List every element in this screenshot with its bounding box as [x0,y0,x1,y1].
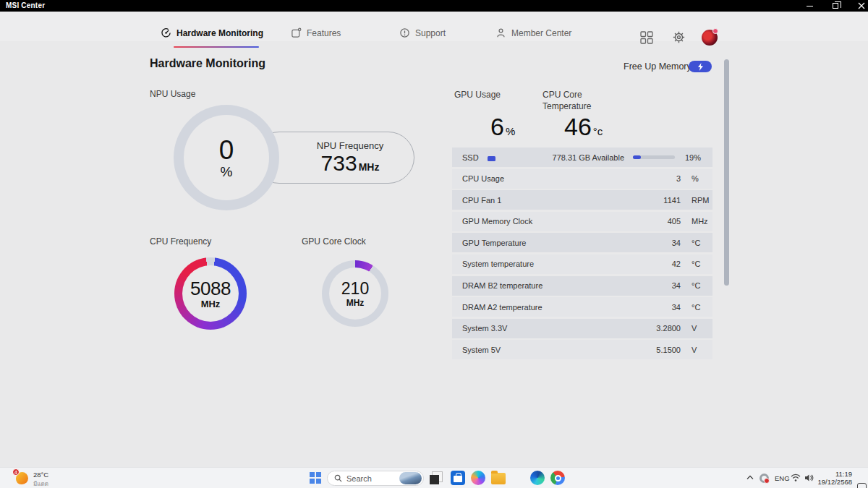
weather-widget[interactable]: 4 28°C มีแดด [16,469,48,488]
sensor-value: 34 [630,303,681,312]
tab-support[interactable]: Support [399,27,446,38]
member-icon [495,27,506,38]
cpu-temp-stat-value: 46 [564,114,592,139]
search-highlight-thumbnail [399,472,422,484]
tab-label: Hardware Monitoring [176,28,263,38]
sensor-unit: RPM [681,196,712,205]
weather-badge: 4 [12,468,20,476]
sensor-value: 405 [630,217,681,226]
npu-usage-unit: % [219,165,234,179]
minimize-icon [807,6,813,7]
clock[interactable]: 11:19 19/12/2568 [817,470,852,486]
sensor-table: SSD 778.31 GB Available 19% CPU Usage 3 … [452,147,712,361]
table-row: System 3.3V 3.2800 V [452,319,712,338]
vertical-scrollbar[interactable] [724,59,729,286]
sensor-name: System temperature [452,260,630,268]
tray-chevron-icon[interactable] [746,475,754,480]
cpu-frequency-label: CPU Frequency [150,236,211,247]
sensor-name: DRAM A2 temperature [452,303,630,312]
table-row: CPU Usage 3 % [452,169,712,189]
settings-gear-icon[interactable] [671,30,686,45]
sun-icon: 4 [16,472,28,484]
npu-usage-label: NPU Usage [150,89,195,99]
tab-label: Features [307,28,341,38]
npu-frequency-label: NPU Frequency [317,140,383,151]
tab-member-center[interactable]: Member Center [495,27,571,38]
restore-button[interactable] [825,0,846,12]
sensor-name: GPU Temperature [452,239,630,247]
close-button[interactable] [851,0,868,12]
notification-center-icon[interactable] [857,483,867,488]
npu-frequency-unit: MHz [359,161,380,173]
store-icon [451,471,465,485]
top-navigation: Hardware Monitoring Features Support Mem… [0,12,868,41]
language-indicator[interactable]: ENG [775,474,790,482]
table-row: DRAM B2 temperature 34 °C [452,276,712,296]
table-row: System 5V 5.1500 V [452,340,712,359]
weather-desc: มีแดด [33,479,48,488]
sensor-unit: °C [681,281,712,290]
tab-label: Support [415,28,446,38]
tab-hardware-monitoring[interactable]: Hardware Monitoring [161,27,263,38]
minimize-button[interactable] [799,0,820,12]
sensor-name: GPU Memory Clock [452,217,630,226]
windows-taskbar: 4 28°C มีแดด Search [0,467,868,488]
edge-icon [530,471,545,485]
gpu-core-clock-gauge: 210 MHz [322,260,388,327]
sensor-value: 5.1500 [630,346,681,354]
ssd-icon [488,156,495,161]
tab-features[interactable]: Features [291,27,341,38]
cpu-temp-stat-label: CPU Core Temperature [542,89,591,112]
table-row-ssd: SSD 778.31 GB Available 19% [452,147,712,167]
free-up-memory-button[interactable] [689,61,712,72]
cpu-frequency-gauge: 5088 MHz [174,257,247,330]
tray-app-icon[interactable] [760,474,769,483]
gpu-usage-stat-value: 6 [490,114,504,139]
sensor-name: DRAM B2 temperature [452,281,630,290]
table-row: DRAM A2 temperature 34 °C [452,297,712,317]
start-button[interactable] [308,471,323,486]
weather-temp: 28°C [33,471,48,479]
ssd-percent: 19% [682,153,712,162]
taskbar-edge[interactable] [530,471,545,486]
tray-alert-badge [764,478,770,484]
gpu-core-clock-label: GPU Core Clock [302,236,366,247]
user-avatar[interactable] [702,30,718,46]
gpu-usage-stat-unit: % [506,125,515,137]
sensor-name: CPU Usage [452,174,630,183]
taskbar-microsoft-store[interactable] [451,471,466,486]
taskbar-app-window-icon[interactable] [429,471,444,486]
taskbar-chrome[interactable] [550,471,566,486]
volume-icon[interactable] [804,474,814,482]
sensor-unit: MHz [681,217,712,226]
search-icon [334,474,342,482]
notification-dot [712,28,718,34]
taskbar-search[interactable]: Search [327,471,424,486]
clock-date: 19/12/2568 [817,478,852,486]
taskbar-copilot[interactable] [471,471,486,486]
apps-grid-icon[interactable] [640,31,653,44]
free-up-memory-label: Free Up Memory [624,61,692,72]
sensor-value: 34 [630,281,681,290]
sensor-unit: °C [681,303,712,312]
cpu-temp-stat-unit: °c [593,125,603,137]
gpu-usage-stat: 6 % [490,114,515,139]
sensor-unit: V [681,346,712,354]
taskbar-file-explorer[interactable] [491,471,506,486]
close-icon [858,2,865,9]
search-placeholder: Search [346,474,399,483]
cpu-frequency-value: 5088 [190,279,231,298]
sensor-value: 42 [630,260,681,268]
cpu-frequency-unit: MHz [190,299,231,309]
npu-usage-value: 0 [219,137,234,163]
gpu-core-clock-unit: MHz [341,299,369,307]
sensor-value: 1141 [630,196,681,205]
sensor-value: 3.2800 [630,324,681,333]
table-row: CPU Fan 1 1141 RPM [452,190,712,210]
wifi-icon[interactable] [791,474,801,482]
sensor-name: System 3.3V [452,324,630,333]
page-title: Hardware Monitoring [150,57,265,70]
folder-icon [491,473,506,484]
support-icon [399,27,410,38]
active-tab-underline [174,46,259,48]
